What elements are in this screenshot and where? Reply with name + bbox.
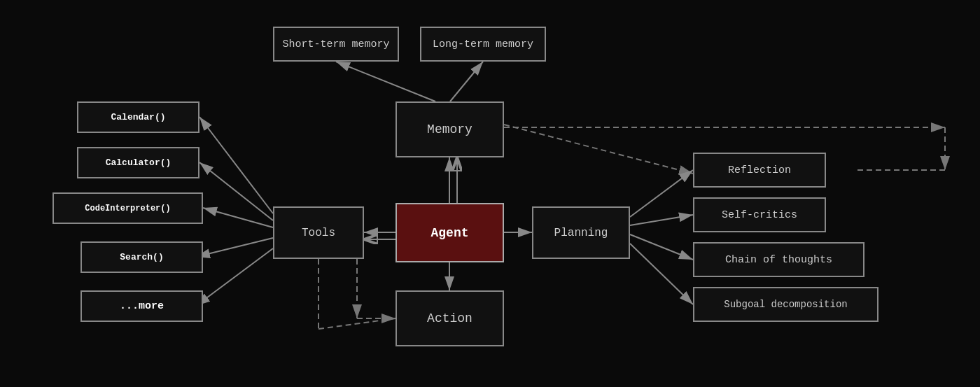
planning-label: Planning	[554, 227, 608, 239]
diagram: Short-term memory Long-term memory Memor…	[0, 0, 980, 387]
svg-line-15	[630, 234, 693, 260]
svg-line-25	[318, 318, 396, 329]
svg-line-13	[630, 170, 693, 217]
search-box: Search()	[80, 241, 203, 273]
calendar-label: Calendar()	[111, 112, 165, 122]
memory-label: Memory	[427, 122, 472, 136]
action-label: Action	[427, 311, 472, 325]
calendar-box: Calendar()	[77, 101, 200, 133]
chain-of-thoughts-label: Chain of thoughts	[725, 254, 832, 266]
code-interpreter-box: CodeInterpreter()	[52, 192, 203, 224]
agent-label: Agent	[430, 226, 468, 240]
svg-line-21	[196, 248, 273, 306]
svg-line-14	[630, 215, 693, 225]
long-term-memory-box: Long-term memory	[420, 27, 546, 62]
svg-line-18	[200, 162, 273, 220]
planning-box: Planning	[532, 206, 630, 259]
svg-line-16	[630, 244, 693, 304]
memory-box: Memory	[396, 101, 504, 157]
tools-label: Tools	[302, 227, 335, 239]
reflection-label: Reflection	[728, 164, 791, 176]
reflection-box: Reflection	[693, 153, 826, 188]
subgoal-decomposition-label: Subgoal decomposition	[724, 299, 847, 310]
self-critics-box: Self-critics	[693, 197, 826, 232]
search-label: Search()	[120, 252, 163, 262]
chain-of-thoughts-box: Chain of thoughts	[693, 242, 864, 277]
long-term-memory-label: Long-term memory	[433, 38, 533, 50]
tools-box: Tools	[273, 206, 364, 259]
agent-box: Agent	[396, 203, 504, 262]
svg-line-20	[196, 238, 273, 257]
svg-line-17	[200, 117, 273, 213]
more-label: ...more	[120, 300, 164, 312]
more-box: ...more	[80, 290, 203, 322]
calculator-label: Calculator()	[106, 157, 172, 168]
svg-line-0	[336, 62, 435, 101]
short-term-memory-box: Short-term memory	[273, 27, 399, 62]
subgoal-decomposition-box: Subgoal decomposition	[693, 287, 878, 322]
code-interpreter-label: CodeInterpreter()	[85, 204, 170, 213]
svg-line-8	[504, 125, 693, 174]
svg-line-1	[450, 62, 483, 101]
short-term-memory-label: Short-term memory	[282, 38, 389, 50]
self-critics-label: Self-critics	[722, 209, 797, 221]
calculator-box: Calculator()	[77, 147, 200, 178]
svg-line-19	[203, 208, 273, 227]
action-box: Action	[396, 290, 504, 346]
